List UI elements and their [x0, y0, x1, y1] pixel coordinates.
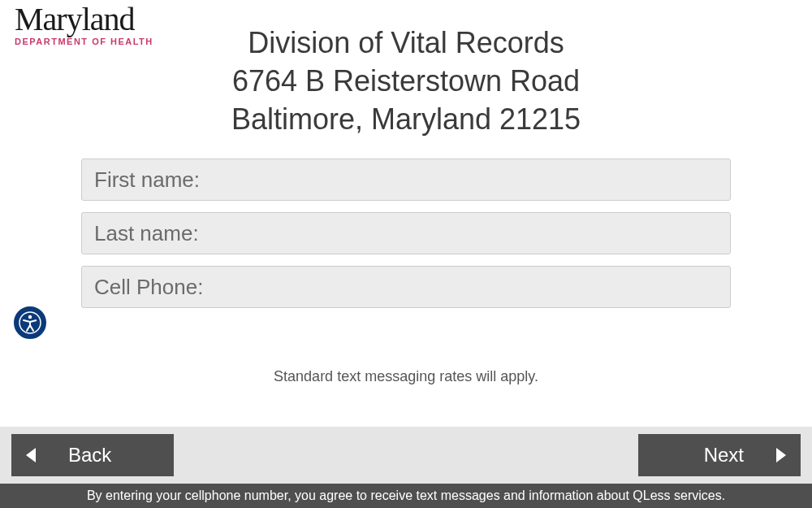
logo-main-text: Maryland	[15, 0, 153, 38]
sms-disclaimer: Standard text messaging rates will apply…	[0, 368, 812, 385]
accessibility-icon	[19, 311, 41, 334]
next-button[interactable]: Next	[638, 434, 801, 476]
back-button-label: Back	[68, 444, 111, 467]
header-line-3: Baltimore, Maryland 21215	[0, 101, 812, 139]
button-bar: Back Next	[0, 427, 812, 484]
cell-phone-field[interactable]	[81, 266, 731, 308]
next-button-label: Next	[704, 444, 744, 467]
back-button[interactable]: Back	[11, 434, 174, 476]
form-container	[81, 158, 731, 319]
arrow-left-icon	[26, 448, 36, 462]
arrow-right-icon	[776, 448, 786, 462]
logo: Maryland DEPARTMENT OF HEALTH	[15, 0, 153, 46]
accessibility-button[interactable]	[12, 305, 48, 341]
svg-point-1	[28, 315, 32, 319]
header-line-2: 6764 B Reisterstown Road	[0, 63, 812, 101]
logo-sub-text: DEPARTMENT OF HEALTH	[15, 37, 153, 46]
last-name-field[interactable]	[81, 212, 731, 254]
first-name-field[interactable]	[81, 158, 731, 201]
footer-notice: By entering your cellphone number, you a…	[0, 484, 812, 508]
